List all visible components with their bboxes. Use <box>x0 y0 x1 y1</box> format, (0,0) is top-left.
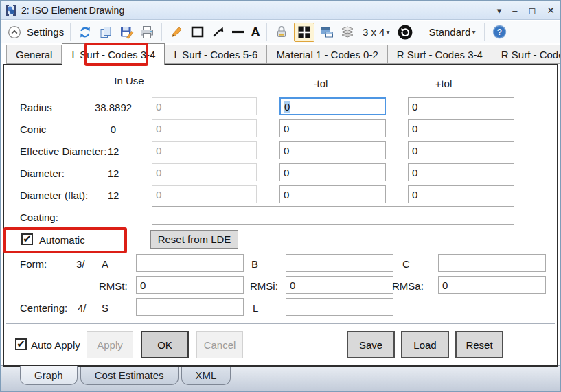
rmst-input[interactable] <box>136 276 244 294</box>
check-icon: ✔ <box>16 338 25 349</box>
maximize-button[interactable]: ◻ <box>528 6 536 15</box>
auto-apply-checkbox[interactable]: ✔ <box>15 338 27 350</box>
close-button[interactable]: ✕ <box>547 5 555 15</box>
tab-r-surf-codes-5-6[interactable]: R Surf - Codes 5-6 <box>492 45 561 64</box>
coating-input[interactable] <box>152 206 514 225</box>
tab-l-surf-codes-5-6[interactable]: L Surf - Codes 5-6 <box>165 45 267 64</box>
diameter-plus-tol-input[interactable] <box>408 163 514 181</box>
style-value: Standard <box>429 26 471 38</box>
line-tool-icon[interactable] <box>230 24 247 41</box>
toolbar: Settings <box>1 21 560 43</box>
in-use-value-diameter-flat: 12 <box>86 189 141 201</box>
pencil-icon[interactable] <box>168 24 185 41</box>
app-logo-icon <box>5 4 17 16</box>
selected-text: 0 <box>284 101 290 113</box>
row-label-radius: Radius <box>20 102 52 113</box>
column-header-minus-tol: -tol <box>273 78 369 89</box>
apply-button: Apply <box>87 331 133 358</box>
ok-button[interactable]: OK <box>141 331 189 358</box>
centering-label: Centering: <box>20 302 67 314</box>
form-b-input[interactable] <box>286 254 393 272</box>
centering-code: 4/ <box>78 302 87 314</box>
window-menu-caret[interactable]: ▾ <box>497 6 502 15</box>
toolbar-separator <box>70 23 71 41</box>
row-label-diameter-flat: Diameter (flat): <box>20 189 88 201</box>
settings-button[interactable]: Settings <box>27 26 64 38</box>
centering-s-label: S <box>102 302 108 314</box>
save-button[interactable]: Save <box>347 331 395 358</box>
refresh-icon[interactable] <box>77 24 93 41</box>
diameter-flat-base-input <box>152 185 257 203</box>
style-dropdown[interactable]: Standard ▾ <box>426 25 479 39</box>
bottom-tab-cost-estimates[interactable]: Cost Estimates <box>80 366 179 385</box>
layers-icon[interactable] <box>339 24 356 41</box>
tab-l-surf-codes-3-4[interactable]: L Surf - Codes 3-4 <box>62 43 165 65</box>
grid-size-dropdown[interactable]: 3 x 4 ▾ <box>360 25 393 39</box>
save-icon[interactable] <box>118 24 135 41</box>
conic-plus-tol-input[interactable] <box>408 119 514 137</box>
in-use-value-radius: 38.8892 <box>86 102 141 113</box>
toolbar-separator <box>161 23 162 41</box>
cancel-button: Cancel <box>196 331 243 358</box>
svg-text:?: ? <box>497 27 502 37</box>
load-button[interactable]: Load <box>401 331 449 358</box>
toolbar-separator <box>484 23 485 41</box>
iso-element-drawing-window: 2: ISO Element Drawing ▾ – ◻ ✕ Settings <box>0 0 561 392</box>
in-use-value-effective-diameter: 12 <box>86 146 141 157</box>
tab-general[interactable]: General <box>6 45 62 64</box>
centering-s-input[interactable] <box>136 298 244 316</box>
diameter-minus-tol-input[interactable] <box>279 163 386 181</box>
in-use-value-diameter: 12 <box>86 168 141 179</box>
centering-l-label: L <box>253 302 258 314</box>
text-tool-icon[interactable]: A <box>251 25 260 40</box>
diameter-flat-minus-tol-input[interactable] <box>279 185 386 203</box>
row-label-coating: Coating: <box>20 211 58 223</box>
diameter-flat-plus-tol-input[interactable] <box>408 185 514 203</box>
copy-icon[interactable] <box>98 24 114 41</box>
conic-minus-tol-input[interactable] <box>279 119 386 137</box>
settings-chevron-icon[interactable] <box>6 24 23 41</box>
rmsa-label: RMSa: <box>392 280 424 292</box>
minimize-button[interactable]: – <box>512 6 517 15</box>
form-c-input[interactable] <box>438 254 546 272</box>
form-a-label: A <box>102 258 108 270</box>
rotate-icon[interactable] <box>397 24 413 41</box>
chevron-down-icon: ▾ <box>386 28 389 36</box>
radius-plus-tol-input[interactable] <box>408 97 514 115</box>
print-icon[interactable] <box>139 24 155 41</box>
window-title: 2: ISO Element Drawing <box>21 5 124 16</box>
column-header-in-use: In Use <box>81 75 177 87</box>
help-icon[interactable]: ? <box>491 24 507 41</box>
bottom-tab-xml[interactable]: XML <box>181 366 231 385</box>
rmsi-input[interactable] <box>286 276 393 294</box>
pane-grid-icon[interactable] <box>294 23 314 42</box>
arrow-tool-icon[interactable] <box>209 24 226 41</box>
chevron-down-icon: ▾ <box>472 28 475 36</box>
form-code: 3/ <box>76 258 85 270</box>
automatic-label: Automatic <box>39 234 85 246</box>
reset-button[interactable]: Reset <box>455 331 503 358</box>
bottom-tab-graph[interactable]: Graph <box>20 366 78 385</box>
form-label: Form: <box>20 258 47 270</box>
in-use-value-conic: 0 <box>86 124 141 135</box>
tab-r-surf-codes-3-4[interactable]: R Surf - Codes 3-4 <box>388 45 492 64</box>
effective-diameter-base-input <box>152 141 257 159</box>
row-label-diameter: Diameter: <box>20 168 65 179</box>
effective-diameter-minus-tol-input[interactable] <box>279 141 386 159</box>
conic-base-input <box>152 119 257 137</box>
automatic-checkbox[interactable]: ✔ <box>21 233 33 245</box>
reset-from-lde-button[interactable]: Reset from LDE <box>150 230 238 249</box>
form-a-input[interactable] <box>136 254 244 272</box>
toolbar-separator <box>266 23 267 41</box>
title-bar: 2: ISO Element Drawing ▾ – ◻ ✕ <box>1 1 560 20</box>
centering-l-input[interactable] <box>286 298 393 316</box>
effective-diameter-plus-tol-input[interactable] <box>408 141 514 159</box>
cascade-windows-icon[interactable] <box>319 24 335 41</box>
auto-apply-label: Auto Apply <box>31 339 80 351</box>
footer-divider <box>6 323 555 324</box>
tab-material-1-codes-0-2[interactable]: Material 1 - Codes 0-2 <box>267 45 387 64</box>
lock-icon[interactable] <box>273 24 290 41</box>
rectangle-tool-icon[interactable] <box>189 24 205 41</box>
rmsa-input[interactable] <box>438 276 546 294</box>
radius-minus-tol-input[interactable]: 0 <box>279 97 386 115</box>
